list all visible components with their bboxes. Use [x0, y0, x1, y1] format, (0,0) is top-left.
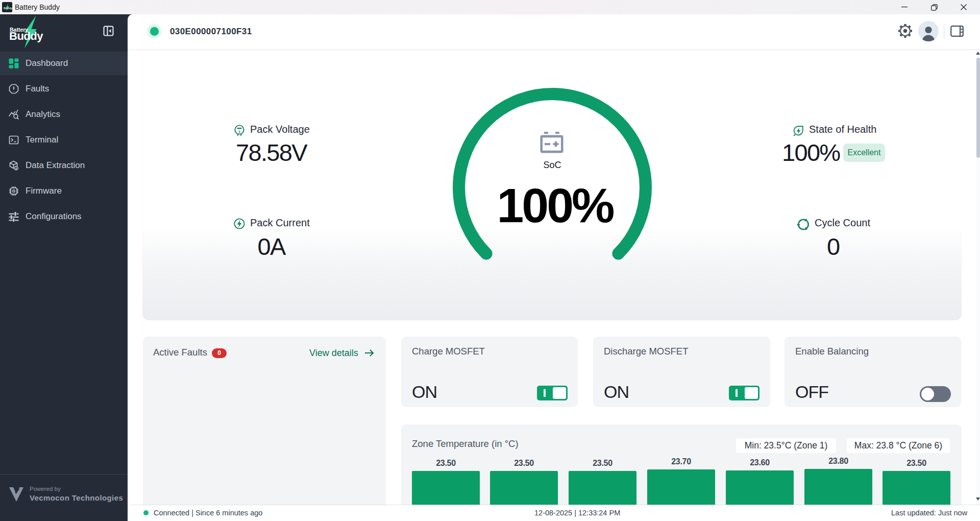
svg-text:Buddy: Buddy: [4, 7, 12, 10]
svg-text:Buddy: Buddy: [9, 30, 43, 42]
